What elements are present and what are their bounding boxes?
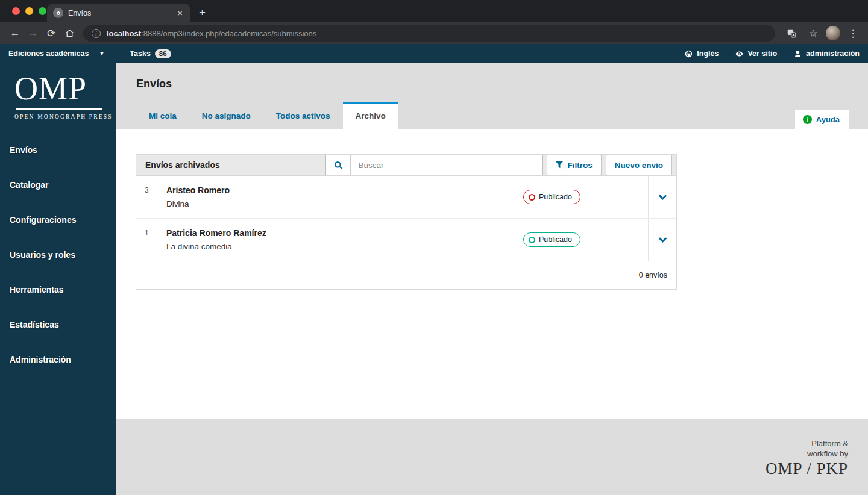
submission-row: 1 Patricia Romero Ramírez La divina come… — [136, 219, 676, 261]
omp-logo-rule — [16, 108, 102, 110]
context-name: Ediciones académicas — [8, 49, 89, 58]
status-dot-icon — [529, 237, 535, 243]
sidebar-item-estadisticas[interactable]: Estadísticas — [0, 311, 116, 338]
submission-author: Patricia Romero Ramírez — [166, 228, 523, 238]
back-icon[interactable]: ← — [6, 24, 24, 42]
page-header: Envíos Mi cola No asignado Todos activos… — [116, 63, 868, 129]
browser-tabstrip: Envíos × + — [0, 0, 868, 22]
sidebar-item-catalogar[interactable]: Catalogar — [0, 172, 116, 198]
footer-tagline-line2: workflow by — [766, 449, 848, 459]
url-path: :8888/omp3/index.php/edacademicas/submis… — [141, 29, 316, 38]
help-label: Ayuda — [816, 115, 840, 124]
expand-row-button[interactable] — [648, 219, 676, 261]
info-icon: i — [803, 115, 812, 124]
tab-content: Envíos archivados Filtros Nuevo envío — [116, 129, 868, 419]
omp-logo-subtitle: OPEN MONOGRAPH PRESS — [14, 114, 104, 120]
url-host: localhost — [107, 29, 141, 38]
browser-tab[interactable]: Envíos × — [47, 4, 190, 22]
sidebar-item-usuarios[interactable]: Usuarios y roles — [0, 241, 116, 268]
sidebar: OMP OPEN MONOGRAPH PRESS Envíos Cataloga… — [0, 63, 116, 495]
url-bar[interactable]: i localhost:8888/omp3/index.php/edacadem… — [83, 25, 775, 42]
status-label: Publicado — [539, 193, 572, 201]
context-switcher[interactable]: Ediciones académicas ▼ — [0, 44, 113, 63]
tasks-count-badge: 86 — [155, 49, 171, 58]
new-tab-button[interactable]: + — [199, 6, 206, 19]
eye-icon — [735, 50, 743, 58]
filter-icon — [556, 161, 563, 169]
search-input[interactable] — [351, 155, 542, 175]
tab-no-asignado[interactable]: No asignado — [189, 102, 263, 129]
submission-info[interactable]: Aristeo Romero Divina — [166, 178, 523, 216]
submission-info[interactable]: Patricia Romero Ramírez La divina comedi… — [166, 220, 523, 259]
window-zoom-button[interactable] — [39, 7, 46, 15]
chevron-down-icon: ▼ — [99, 51, 104, 57]
search-icon[interactable] — [326, 155, 351, 175]
admin-topbar: Ediciones académicas ▼ Tasks 86 Inglés V… — [0, 44, 868, 63]
submissions-tabbar: Mi cola No asignado Todos activos Archiv… — [136, 102, 868, 129]
user-menu-button[interactable]: administración — [785, 49, 868, 58]
bookmark-star-icon[interactable]: ☆ — [804, 24, 822, 42]
language-button[interactable]: Inglés — [676, 49, 727, 58]
language-label: Inglés — [697, 49, 719, 58]
home-icon[interactable] — [60, 24, 78, 42]
omp-logo[interactable]: OMP OPEN MONOGRAPH PRESS — [0, 63, 116, 123]
view-site-label: Ver sitio — [747, 49, 777, 58]
footer-tagline-line1: Platform & — [766, 438, 848, 449]
sidebar-item-administracion[interactable]: Administración — [0, 346, 116, 373]
chevron-down-icon — [658, 194, 667, 200]
panel-title: Envíos archivados — [136, 160, 326, 170]
omp-logo-text: OMP — [14, 71, 104, 106]
new-submission-label: Nuevo envío — [615, 161, 663, 170]
submission-id: 1 — [136, 229, 166, 237]
tasks-label: Tasks — [130, 49, 151, 58]
expand-row-button[interactable] — [648, 176, 676, 218]
reload-icon[interactable]: ⟳ — [42, 24, 60, 42]
tab-title: Envíos — [68, 9, 175, 17]
site-footer: Platform & workflow by OMP / PKP — [116, 419, 868, 495]
pkp-favicon-icon — [53, 8, 63, 18]
browser-toolbar: ← → ⟳ i localhost:8888/omp3/index.php/ed… — [0, 22, 868, 44]
sidebar-item-configuraciones[interactable]: Configuraciones — [0, 207, 116, 233]
sidebar-menu: Envíos Catalogar Configuraciones Usuario… — [0, 137, 116, 381]
translate-icon[interactable]: あA — [782, 24, 800, 42]
help-button[interactable]: i Ayuda — [795, 110, 849, 129]
profile-avatar[interactable] — [826, 26, 840, 40]
window-minimize-button[interactable] — [25, 7, 33, 15]
archived-submissions-panel: Envíos archivados Filtros Nuevo envío — [136, 154, 677, 290]
site-info-icon[interactable]: i — [92, 29, 101, 38]
footer-brand-logo: OMP / PKP — [766, 459, 848, 478]
sidebar-item-herramientas[interactable]: Herramientas — [0, 276, 116, 303]
submission-title: La divina comedia — [166, 242, 523, 251]
status-badge: Publicado — [523, 232, 580, 247]
tab-close-icon[interactable]: × — [175, 8, 184, 18]
window-controls[interactable] — [12, 7, 46, 15]
tab-mi-cola[interactable]: Mi cola — [136, 102, 189, 129]
panel-header: Envíos archivados Filtros Nuevo envío — [136, 154, 677, 176]
submission-title: Divina — [166, 199, 523, 208]
view-site-button[interactable]: Ver sitio — [727, 49, 785, 58]
status-dot-icon — [529, 194, 535, 201]
globe-icon — [685, 50, 693, 58]
user-icon — [794, 50, 802, 58]
tasks-button[interactable]: Tasks 86 — [121, 44, 179, 63]
submission-id: 3 — [136, 186, 166, 195]
status-badge: Publicado — [523, 190, 580, 204]
submission-row: 3 Aristeo Romero Divina Publicado — [136, 176, 676, 219]
status-label: Publicado — [539, 235, 572, 244]
forward-icon[interactable]: → — [24, 24, 42, 42]
window-close-button[interactable] — [12, 7, 20, 15]
svg-text:A: A — [792, 33, 794, 37]
panel-footer: 0 envíos — [136, 261, 676, 289]
browser-menu-icon[interactable]: ⋮ — [844, 24, 862, 42]
tab-archivo[interactable]: Archivo — [343, 102, 398, 129]
new-submission-button[interactable]: Nuevo envío — [606, 155, 672, 175]
page-title: Envíos — [116, 63, 868, 90]
filters-label: Filtros — [567, 161, 592, 170]
submissions-count: 0 envíos — [639, 271, 667, 279]
submission-author: Aristeo Romero — [166, 185, 523, 195]
user-label: administración — [806, 49, 860, 58]
tab-todos-activos[interactable]: Todos activos — [263, 102, 343, 129]
chevron-down-icon — [658, 237, 667, 243]
sidebar-item-envios[interactable]: Envíos — [0, 137, 116, 163]
filters-button[interactable]: Filtros — [547, 155, 601, 175]
